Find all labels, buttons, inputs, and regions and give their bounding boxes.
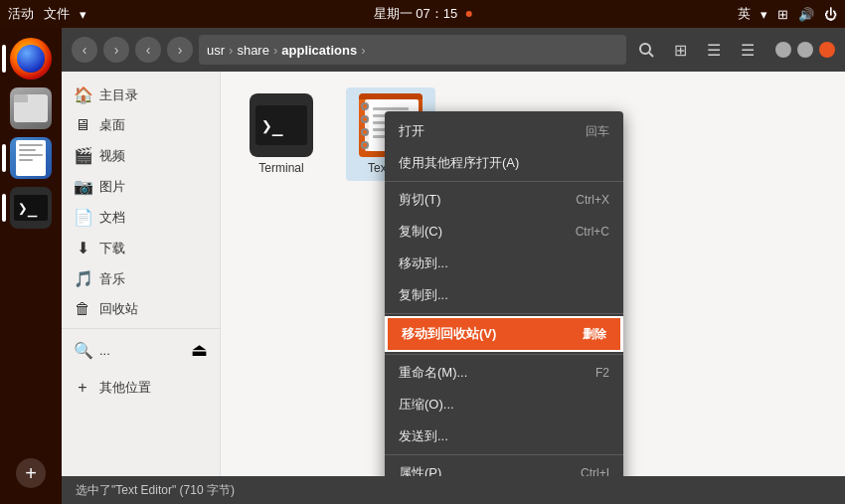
svg-line-1: [649, 53, 653, 57]
downloads-icon: ⬇: [74, 239, 91, 257]
statusbar: 选中了"Text Editor" (710 字节): [62, 476, 845, 504]
file-menu-arrow[interactable]: ▾: [80, 7, 86, 22]
search-button[interactable]: [632, 36, 660, 64]
topbar: 活动 文件 ▾ 星期一 07：15 英 ▾ ⊞ 🔊 ⏻: [0, 0, 845, 28]
cm-rename-label: 重命名(M)...: [399, 364, 467, 382]
file-item-terminal[interactable]: ❯_ Terminal: [237, 87, 326, 181]
fm-content: 🏠 主目录 🖥 桌面 🎬 视频 📷 图片 📄 文档 ⬇ 下载: [62, 72, 845, 476]
sidebar-search-label: ...: [99, 343, 110, 358]
cm-trash-shortcut: 删除: [583, 326, 606, 343]
dock-item-files[interactable]: [8, 85, 54, 131]
back-button[interactable]: ‹: [72, 37, 97, 63]
sidebar-item-search[interactable]: 🔍 ...: [74, 341, 183, 360]
sidebar-item-music[interactable]: 🎵 音乐: [62, 263, 220, 294]
cm-copy-label: 复制(C): [399, 223, 442, 241]
cm-properties-label: 属性(P): [399, 464, 441, 476]
maximize-button[interactable]: [797, 42, 813, 58]
sidebar-item-video[interactable]: 🎬 视频: [62, 140, 220, 171]
cm-compress-label: 压缩(O)...: [399, 396, 454, 414]
fm-main: ❯_ Terminal: [221, 72, 845, 476]
cm-rename-shortcut: F2: [595, 366, 609, 380]
cm-send-to[interactable]: 发送到...: [385, 420, 623, 452]
dock-item-gedit[interactable]: [8, 135, 54, 181]
cm-divider4: [385, 454, 623, 455]
sidebar-home-label: 主目录: [99, 86, 138, 104]
sidebar-other-label: 其他位置: [99, 379, 151, 397]
cm-rename[interactable]: 重命名(M)... F2: [385, 357, 623, 389]
sidebar-music-label: 音乐: [99, 270, 125, 288]
sidebar-downloads-label: 下载: [99, 240, 125, 257]
sidebar-item-downloads[interactable]: ⬇ 下载: [62, 233, 220, 263]
svg-point-0: [640, 44, 650, 54]
sidebar-item-home[interactable]: 🏠 主目录: [62, 80, 220, 110]
cm-trash-label: 移动到回收站(V): [402, 325, 496, 343]
network-icon[interactable]: ⊞: [777, 7, 788, 22]
menu-button[interactable]: ☰: [734, 36, 761, 64]
cm-copy[interactable]: 复制(C) Ctrl+C: [385, 216, 623, 248]
minimize-button[interactable]: [775, 42, 791, 58]
sidebar-trash-label: 回收站: [99, 300, 138, 318]
file-menu[interactable]: 文件: [44, 5, 70, 23]
dock-item-firefox[interactable]: [8, 36, 54, 82]
search-icon: [638, 42, 654, 58]
cm-cut[interactable]: 剪切(T) Ctrl+X: [385, 184, 623, 216]
sidebar-item-docs[interactable]: 📄 文档: [62, 202, 220, 233]
cm-compress[interactable]: 压缩(O)...: [385, 389, 623, 420]
activities-label[interactable]: 活动: [8, 5, 34, 23]
cm-copy-shortcut: Ctrl+C: [576, 225, 609, 239]
dock: ❯_ +: [0, 28, 62, 504]
sidebar-item-other-places[interactable]: + 其他位置: [74, 375, 208, 401]
terminal-screen: ❯_: [255, 105, 307, 145]
photos-icon: 📷: [74, 177, 91, 196]
sidebar-divider: [62, 328, 220, 329]
music-icon: 🎵: [74, 269, 91, 288]
list-view-button[interactable]: ☰: [700, 36, 728, 64]
sidebar-docs-label: 文档: [99, 209, 125, 227]
back2-button[interactable]: ‹: [135, 37, 161, 63]
cm-open-shortcut: 回车: [586, 123, 609, 140]
cm-divider2: [385, 313, 623, 314]
path-sep2: ›: [273, 43, 277, 58]
cm-divider1: [385, 181, 623, 182]
forward-button[interactable]: ›: [103, 37, 129, 63]
terminal-prompt-text: ❯_: [261, 115, 283, 136]
cm-open[interactable]: 打开 回车: [385, 115, 623, 147]
close-button[interactable]: [819, 42, 835, 58]
video-icon: 🎬: [74, 146, 91, 165]
eject-icon[interactable]: ⏏: [191, 339, 208, 361]
cm-open-with[interactable]: 使用其他程序打开(A): [385, 147, 623, 179]
path-bar[interactable]: usr › share › applications ›: [199, 35, 626, 65]
power-icon[interactable]: ⏻: [824, 7, 837, 22]
cm-divider3: [385, 354, 623, 355]
cm-move-to[interactable]: 移动到...: [385, 248, 623, 279]
lang-label[interactable]: 英: [738, 5, 751, 23]
grid-view-button[interactable]: ⊞: [666, 36, 694, 64]
cm-trash[interactable]: 移动到回收站(V) 删除: [385, 316, 623, 352]
volume-icon[interactable]: 🔊: [798, 7, 814, 22]
context-menu: 打开 回车 使用其他程序打开(A) 剪切(T) Ctrl+X 复制(C) Ctr…: [385, 111, 623, 476]
file-manager-window: ‹ › ‹ › usr › share › applications › ⊞ ☰…: [62, 28, 845, 504]
forward2-button[interactable]: ›: [167, 37, 193, 63]
search-bookmark-icon: 🔍: [74, 341, 91, 360]
cm-send-to-label: 发送到...: [399, 427, 448, 445]
cm-cut-shortcut: Ctrl+X: [576, 193, 609, 207]
cm-properties[interactable]: 属性(P) Ctrl+I: [385, 457, 623, 476]
plus-icon: +: [74, 379, 91, 397]
notification-dot: [465, 11, 471, 17]
dock-item-terminal[interactable]: ❯_: [8, 185, 54, 231]
datetime-label[interactable]: 星期一 07：15: [374, 5, 458, 23]
topbar-arrow[interactable]: ▾: [760, 7, 767, 22]
trash-icon: 🗑: [74, 300, 91, 318]
sidebar-item-trash[interactable]: 🗑 回收站: [62, 294, 220, 324]
path-usr[interactable]: usr: [207, 43, 225, 58]
topbar-center: 星期一 07：15: [374, 5, 472, 23]
sidebar-item-photos[interactable]: 📷 图片: [62, 171, 220, 202]
cm-copy-to[interactable]: 复制到...: [385, 279, 623, 311]
cm-open-label: 打开: [399, 122, 424, 140]
dock-item-other[interactable]: +: [8, 450, 54, 496]
path-share[interactable]: share: [237, 43, 269, 58]
path-sep3: ›: [361, 43, 365, 58]
path-applications[interactable]: applications: [281, 43, 357, 58]
sidebar-item-desktop[interactable]: 🖥 桌面: [62, 110, 220, 140]
sidebar-desktop-label: 桌面: [99, 116, 125, 134]
